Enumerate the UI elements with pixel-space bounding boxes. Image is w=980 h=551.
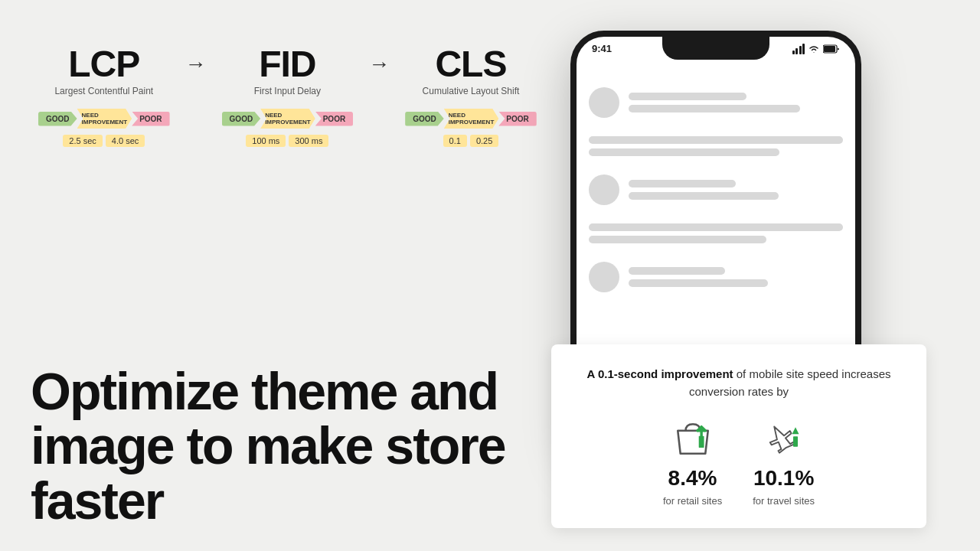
travel-label: for travel sites — [753, 495, 815, 507]
lcp-thresholds: 2.5 sec 4.0 sec — [63, 135, 145, 147]
retail-label: for retail sites — [663, 495, 722, 507]
lcp-poor: POOR — [132, 112, 169, 126]
conversion-text: A 0.1-second improvement of mobile site … — [574, 366, 903, 400]
cls-thresholds: 0.1 0.25 — [443, 135, 499, 147]
cwv-lcp: LCP Largest Contentful Paint GOOD NEEDIM… — [38, 46, 170, 147]
skeleton-lines-1 — [629, 93, 843, 112]
conversion-bold: A 0.1-second improvement — [586, 367, 733, 380]
skeleton-line — [629, 192, 779, 200]
cls-threshold-1: 0.1 — [443, 135, 467, 147]
cls-threshold-2: 0.25 — [470, 135, 498, 147]
lcp-threshold-2: 4.0 sec — [106, 135, 145, 147]
travel-icon — [761, 416, 807, 461]
fid-needs-improvement: NEEDIMPROVEMENT — [260, 109, 315, 129]
arrow-1: → — [170, 52, 222, 77]
lcp-fullname: Largest Contentful Paint — [54, 86, 153, 96]
stat-travel: 10.1% for travel sites — [753, 416, 815, 507]
lcp-rating-bars: GOOD NEEDIMPROVEMENT POOR — [38, 109, 170, 129]
skeleton-avatar-1 — [589, 87, 619, 118]
fid-threshold-2: 300 ms — [289, 135, 328, 147]
phone-icons — [792, 44, 841, 54]
skeleton-lines-2 — [629, 180, 843, 200]
fid-rating-bars: GOOD NEEDIMPROVEMENT POOR — [222, 109, 354, 129]
fid-good: GOOD — [222, 112, 261, 126]
signal-icon — [792, 44, 805, 54]
svg-rect-1 — [824, 46, 835, 52]
skeleton-avatar-2 — [589, 174, 619, 205]
lcp-needs-improvement: NEEDIMPROVEMENT — [77, 109, 132, 129]
fid-poor: POOR — [315, 112, 353, 126]
skeleton-line — [629, 105, 800, 112]
fid-fullname: First Input Delay — [254, 86, 321, 96]
retail-icon — [670, 416, 716, 461]
cls-acronym: CLS — [435, 46, 506, 83]
conversion-stats: 8.4% for retail sites 10.1% for travel s… — [574, 416, 903, 507]
skeleton-row-1 — [589, 87, 843, 118]
skeleton-line — [629, 267, 725, 275]
fid-acronym: FID — [259, 46, 315, 83]
wifi-icon — [808, 44, 820, 54]
headline-text: Optimize theme and image to make store f… — [31, 364, 505, 528]
cls-poor: POOR — [498, 112, 536, 126]
retail-percentage: 8.4% — [668, 466, 717, 491]
stat-retail: 8.4% for retail sites — [663, 416, 722, 507]
cls-rating-bars: GOOD NEEDIMPROVEMENT POOR — [405, 109, 537, 129]
cls-needs-improvement: NEEDIMPROVEMENT — [444, 109, 499, 129]
phone-status-bar: 9:41 — [592, 43, 840, 54]
skeleton-line — [629, 93, 746, 100]
fid-threshold-1: 100 ms — [246, 135, 286, 147]
skeleton-block — [589, 236, 766, 243]
cls-fullname: Cumulative Layout Shift — [423, 86, 520, 96]
skeleton-block — [589, 223, 843, 231]
headline-line1: Optimize theme and — [31, 362, 498, 420]
airplane-icon — [761, 414, 807, 464]
skeleton-block — [589, 136, 843, 144]
battery-icon — [823, 44, 840, 54]
headline-line3: faster — [31, 471, 163, 530]
cwv-section: LCP Largest Contentful Paint GOOD NEEDIM… — [38, 46, 537, 147]
svg-marker-5 — [792, 427, 799, 434]
skeleton-row-2 — [589, 174, 843, 205]
skeleton-block-group-2 — [589, 220, 843, 246]
skeleton-block — [589, 148, 779, 156]
skeleton-row-3 — [589, 262, 843, 292]
phone-time: 9:41 — [592, 43, 612, 54]
headline-line2: image to make store — [31, 416, 505, 474]
cwv-cls: CLS Cumulative Layout Shift GOOD NEEDIMP… — [405, 46, 537, 147]
headline-section: Optimize theme and image to make store f… — [31, 364, 505, 528]
cls-good: GOOD — [405, 112, 444, 126]
skeleton-lines-3 — [629, 267, 843, 287]
travel-percentage: 10.1% — [753, 466, 814, 491]
skeleton-line — [629, 180, 736, 187]
arrow-2: → — [353, 52, 405, 77]
conversion-card: A 0.1-second improvement of mobile site … — [551, 344, 926, 528]
skeleton-avatar-3 — [589, 262, 619, 292]
skeleton-block-group-1 — [589, 133, 843, 159]
lcp-threshold-1: 2.5 sec — [63, 135, 102, 147]
skeleton-line — [629, 279, 768, 287]
fid-thresholds: 100 ms 300 ms — [246, 135, 328, 147]
lcp-acronym: LCP — [68, 46, 139, 83]
svg-rect-4 — [793, 436, 798, 447]
svg-rect-2 — [698, 435, 704, 447]
lcp-good: GOOD — [38, 112, 77, 126]
cwv-fid: FID First Input Delay GOOD NEEDIMPROVEME… — [222, 46, 354, 147]
shopping-bag-icon — [670, 414, 716, 464]
